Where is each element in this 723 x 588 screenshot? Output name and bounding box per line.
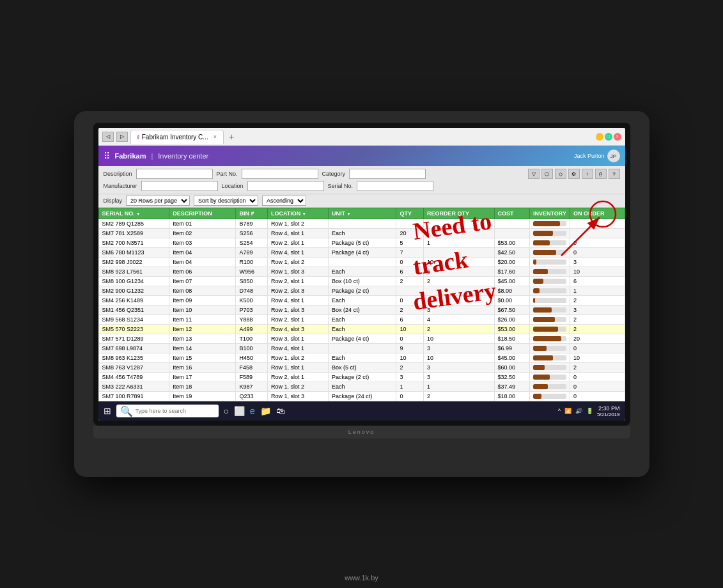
table-cell: Row 2, slot 1 bbox=[267, 277, 328, 286]
desc-input[interactable] bbox=[136, 169, 213, 179]
serial-input[interactable] bbox=[357, 181, 433, 191]
fwd-btn[interactable]: ▷ bbox=[116, 132, 128, 142]
manufacturer-input[interactable] bbox=[141, 181, 218, 191]
table-row[interactable]: SM9 568 S1234Item 11Y888Row 2, slot 1Eac… bbox=[98, 315, 625, 325]
sort-by-select[interactable]: Sort by description bbox=[194, 196, 258, 206]
diamond-icon[interactable]: ◇ bbox=[555, 169, 566, 179]
user-name: Jack Purton bbox=[574, 153, 605, 159]
table-cell bbox=[423, 296, 494, 306]
table-cell: 9 bbox=[396, 344, 423, 353]
inventory-cell bbox=[529, 363, 570, 373]
inventory-cell bbox=[529, 382, 570, 392]
table-cell: SM2 998 J0022 bbox=[98, 258, 169, 267]
table-row[interactable]: SM7 571 D1289Item 13T100Row 3, slot 1Pac… bbox=[98, 334, 625, 344]
search-bar[interactable]: 🔍 bbox=[116, 405, 219, 417]
table-cell: Each bbox=[329, 267, 396, 277]
col-bin[interactable]: BIN # bbox=[236, 208, 268, 219]
table-cell: Item 16 bbox=[169, 363, 236, 373]
search-input[interactable] bbox=[136, 408, 215, 414]
tab-bar: ◁ ▷ ℓ Fabrikam Inventory C... × + bbox=[102, 130, 593, 144]
rows-per-page-select[interactable]: 20 Rows per page bbox=[126, 196, 190, 206]
settings-icon[interactable]: ⚙ bbox=[568, 169, 580, 179]
start-button[interactable]: ⊞ bbox=[104, 406, 111, 416]
table-row[interactable]: SM5 570 S2223Item 12A499Row 4, slot 3Eac… bbox=[98, 325, 625, 334]
taskbar: ⊞ 🔍 ○ ⬜ e 📁 🛍 ^ 📶 🔊 🔋 bbox=[98, 401, 625, 421]
table-row[interactable]: SM8 923 L7561Item 06W956Row 1, slot 3Eac… bbox=[98, 267, 625, 277]
table-cell: Package (2 ct) bbox=[329, 286, 396, 296]
col-inventory[interactable]: INVENTORY bbox=[529, 208, 570, 219]
grid-icon: ⠿ bbox=[104, 151, 110, 161]
edge-icon[interactable]: e bbox=[250, 406, 255, 416]
table-cell: Each bbox=[329, 382, 396, 392]
col-desc[interactable]: DESCRIPTION bbox=[169, 208, 236, 219]
table-row[interactable]: SM4 256 K1489Item 09K500Row 4, slot 1Eac… bbox=[98, 296, 625, 306]
taskview-icon[interactable]: ⬜ bbox=[234, 406, 245, 416]
cortana-icon[interactable]: ○ bbox=[224, 406, 229, 416]
onorder-cell: 0 bbox=[570, 382, 625, 392]
table-row[interactable]: SM7 698 L9874Item 14B100Row 4, slot 193$… bbox=[98, 344, 625, 353]
table-row[interactable]: SM2 789 Q1285Item 01B789Row 1, slot 2 bbox=[98, 219, 625, 229]
export-icon[interactable]: ↑ bbox=[582, 169, 593, 179]
table-row[interactable]: SM7 781 X2589Item 02S256Row 4, slot 1Eac… bbox=[98, 229, 625, 238]
browser-tab[interactable]: ℓ Fabrikam Inventory C... × bbox=[130, 130, 224, 144]
table-cell: $17.60 bbox=[494, 267, 529, 277]
table-row[interactable]: SM2 998 J0022Item 04R100Row 1, slot 2010… bbox=[98, 258, 625, 267]
col-cost[interactable]: COST bbox=[494, 208, 529, 219]
table-cell: Box (5 ct) bbox=[329, 363, 396, 373]
table-cell: 10 bbox=[423, 258, 494, 267]
col-serial[interactable]: SERIAL NO. bbox=[98, 208, 169, 219]
table-body: SM2 789 Q1285Item 01B789Row 1, slot 2SM7… bbox=[98, 219, 625, 401]
store-icon[interactable]: 🛍 bbox=[276, 406, 285, 416]
print-icon[interactable]: ⎙ bbox=[595, 169, 607, 179]
filter-icon[interactable]: ▽ bbox=[528, 169, 540, 179]
table-cell: $0.00 bbox=[494, 296, 529, 306]
table-cell: 2 bbox=[396, 363, 423, 373]
table-cell: 0 bbox=[396, 296, 423, 306]
table-cell: S254 bbox=[236, 238, 268, 248]
sort-order-select[interactable]: Ascending bbox=[262, 196, 306, 206]
location-input[interactable] bbox=[247, 181, 324, 191]
col-reorder[interactable]: REORDER QTY bbox=[423, 208, 494, 219]
partno-input[interactable] bbox=[242, 169, 318, 179]
table-cell: SM7 781 X2589 bbox=[98, 229, 169, 238]
table-row[interactable]: SM6 780 M1123Item 04A789Row 4, slot 1Pac… bbox=[98, 248, 625, 258]
category-input[interactable] bbox=[349, 169, 426, 179]
table-cell: Each bbox=[329, 315, 396, 325]
search-icon: 🔍 bbox=[120, 405, 133, 417]
table-row[interactable]: SM2 900 G1232Item 08D748Row 2, slot 3Pac… bbox=[98, 286, 625, 296]
close-btn[interactable]: × bbox=[614, 133, 621, 141]
table-row[interactable]: SM3 222 A6331Item 18K987Row 1, slot 2Eac… bbox=[98, 382, 625, 392]
table-row[interactable]: SM8 963 K1235Item 15H450Row 1, slot 2Eac… bbox=[98, 353, 625, 363]
back-btn[interactable]: ◁ bbox=[102, 132, 114, 142]
table-row[interactable]: SM7 100 R7891Item 19Q233Row 1, slot 3Pac… bbox=[98, 392, 625, 401]
table-row[interactable]: SM8 763 V1287Item 16F458Row 1, slot 1Box… bbox=[98, 363, 625, 373]
table-row[interactable]: SM1 456 Q2351Item 10P703Row 1, slot 3Box… bbox=[98, 306, 625, 315]
col-qty[interactable]: QTY bbox=[396, 208, 423, 219]
table-row[interactable]: SM2 700 N3571Item 03S254Row 2, slot 1Pac… bbox=[98, 238, 625, 248]
col-onorder[interactable]: ON ORDER bbox=[570, 208, 625, 219]
col-unit[interactable]: UNIT bbox=[329, 208, 396, 219]
table-cell: 6 bbox=[396, 267, 423, 277]
browser-chrome: ◁ ▷ ℓ Fabrikam Inventory C... × + – □ × bbox=[98, 128, 625, 146]
col-location[interactable]: LOCATION bbox=[267, 208, 328, 219]
folder-icon[interactable]: 📁 bbox=[260, 406, 271, 416]
table-cell: Row 1, slot 1 bbox=[267, 363, 328, 373]
onorder-cell: 3 bbox=[570, 306, 625, 315]
tab-close[interactable]: × bbox=[214, 134, 217, 140]
help-icon[interactable]: ? bbox=[609, 169, 620, 179]
table-cell: Package (4 ct) bbox=[329, 248, 396, 258]
time: 2:30 PM bbox=[597, 405, 620, 412]
table-cell: $6.99 bbox=[494, 344, 529, 353]
table-cell: Package (2 ct) bbox=[329, 373, 396, 382]
tab-icon: ℓ bbox=[137, 134, 139, 141]
minimize-btn[interactable]: – bbox=[596, 133, 603, 141]
filter2-icon[interactable]: ⬡ bbox=[541, 169, 553, 179]
serial-label: Serial No. bbox=[328, 183, 354, 189]
new-tab-btn[interactable]: + bbox=[226, 132, 237, 142]
maximize-btn[interactable]: □ bbox=[605, 133, 612, 141]
table-row[interactable]: SM4 456 T4789Item 17F589Row 2, slot 1Pac… bbox=[98, 373, 625, 382]
table-row[interactable]: SM8 100 G1234Item 07S850Row 2, slot 1Box… bbox=[98, 277, 625, 286]
up-arrow[interactable]: ^ bbox=[558, 408, 561, 414]
table-cell: $8.00 bbox=[494, 286, 529, 296]
table-cell: A789 bbox=[236, 248, 268, 258]
